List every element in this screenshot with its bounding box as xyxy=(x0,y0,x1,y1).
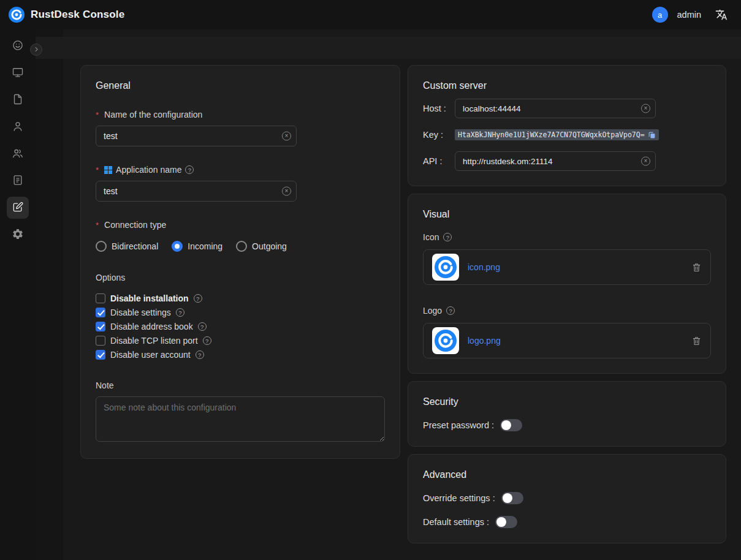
checkbox-icon[interactable] xyxy=(96,308,105,317)
smiley-icon xyxy=(12,39,24,53)
required-asterisk xyxy=(96,165,101,175)
gear-icon xyxy=(12,228,24,242)
checkbox-icon[interactable] xyxy=(96,336,105,346)
sidebar-item-status[interactable] xyxy=(7,35,29,57)
sidebar-item-custom-clients[interactable] xyxy=(7,197,29,219)
default-settings-label: Default settings : xyxy=(423,517,489,527)
sidebar-item-documents[interactable] xyxy=(7,89,29,111)
help-icon[interactable] xyxy=(196,350,204,359)
radio-icon[interactable] xyxy=(172,241,183,252)
host-field xyxy=(455,99,656,118)
radio-bidirectional[interactable]: Bidirectional xyxy=(96,241,158,252)
chevron-right-icon xyxy=(33,45,40,55)
checkbox-disable-tcp-listen-port[interactable]: Disable TCP listen port xyxy=(96,336,385,346)
checkbox-icon[interactable] xyxy=(96,322,105,331)
sidebar-item-users[interactable] xyxy=(7,116,29,138)
checkbox-icon[interactable] xyxy=(96,350,105,360)
custom-server-title: Custom server xyxy=(423,80,711,91)
checkbox-disable-address-book[interactable]: Disable address book xyxy=(96,322,385,331)
user-avatar[interactable]: a xyxy=(652,7,668,23)
sidebar-gutter xyxy=(36,29,63,560)
checkbox-disable-installation[interactable]: Disable installation xyxy=(96,293,385,303)
sidebar-item-groups[interactable] xyxy=(7,143,29,165)
config-name-field xyxy=(96,126,297,146)
sidebar-item-logs[interactable] xyxy=(7,170,29,192)
sidebar-item-settings[interactable] xyxy=(7,224,29,246)
config-name-input[interactable] xyxy=(96,126,297,146)
icon-label: Icon xyxy=(423,232,711,242)
override-settings-row: Override settings : xyxy=(423,492,711,504)
key-value-wrap: HtaXBkJNHyn0e1U1jWXze7A7CN7QTGWqxkOtpaVp… xyxy=(455,129,659,140)
help-icon[interactable] xyxy=(443,233,452,241)
help-icon[interactable] xyxy=(203,336,211,345)
sidebar-expand-button[interactable] xyxy=(30,44,42,56)
trash-icon[interactable] xyxy=(691,336,702,346)
user-icon xyxy=(12,120,24,134)
application-name-input[interactable] xyxy=(96,181,297,202)
help-icon[interactable] xyxy=(446,306,455,315)
brand: RustDesk Console xyxy=(9,7,124,23)
security-panel: Security Preset password : xyxy=(408,381,726,447)
override-settings-toggle[interactable] xyxy=(501,492,523,504)
checkbox-disable-settings[interactable]: Disable settings xyxy=(96,308,385,317)
clear-icon[interactable] xyxy=(282,187,291,196)
content-header-band xyxy=(36,37,741,59)
logo-file-link[interactable]: logo.png xyxy=(468,336,501,346)
trash-icon[interactable] xyxy=(691,262,702,273)
host-row: Host : xyxy=(423,99,711,118)
app-title: RustDesk Console xyxy=(31,9,124,21)
help-icon[interactable] xyxy=(194,294,202,303)
main-area: General Name of the configuration xyxy=(36,29,741,560)
sidebar-item-devices[interactable] xyxy=(7,62,29,84)
topbar: RustDesk Console a admin xyxy=(0,0,741,29)
general-title: General xyxy=(96,80,385,91)
default-settings-toggle[interactable] xyxy=(495,516,517,528)
copy-icon[interactable] xyxy=(648,131,656,139)
topbar-right: a admin xyxy=(652,7,728,23)
users-icon xyxy=(12,147,24,161)
content: General Name of the configuration xyxy=(80,65,726,543)
host-input[interactable] xyxy=(455,99,656,118)
document-icon xyxy=(12,93,24,107)
monitor-icon xyxy=(12,66,24,80)
config-name-label: Name of the configuration xyxy=(96,110,385,119)
key-row: Key : HtaXBkJNHyn0e1U1jWXze7A7CN7QTGWqxk… xyxy=(423,126,711,144)
checkbox-disable-user-account[interactable]: Disable user account xyxy=(96,350,385,360)
general-panel: General Name of the configuration xyxy=(80,65,400,459)
connection-type-label: Connection type xyxy=(96,220,385,230)
radio-outgoing[interactable]: Outgoing xyxy=(236,241,287,252)
preset-password-toggle[interactable] xyxy=(500,419,522,431)
security-title: Security xyxy=(423,396,711,407)
required-asterisk xyxy=(96,220,101,230)
api-field xyxy=(455,151,656,171)
right-column: Custom server Host : Key : HtaXBkJNHyn xyxy=(408,65,726,543)
clear-icon[interactable] xyxy=(641,157,650,166)
api-row: API : xyxy=(423,151,711,171)
clear-icon[interactable] xyxy=(641,104,650,113)
note-textarea[interactable] xyxy=(96,396,385,442)
translate-icon[interactable] xyxy=(715,9,728,21)
advanced-title: Advanced xyxy=(423,469,711,480)
radio-icon[interactable] xyxy=(236,241,247,252)
username[interactable]: admin xyxy=(677,10,702,20)
body: General Name of the configuration xyxy=(0,29,741,560)
radio-icon[interactable] xyxy=(96,241,107,252)
icon-file-link[interactable]: icon.png xyxy=(468,262,500,272)
windows-icon xyxy=(104,166,112,174)
edit-icon xyxy=(12,201,24,215)
radio-incoming[interactable]: Incoming xyxy=(172,241,222,252)
logo-preview-image xyxy=(432,327,459,354)
help-icon[interactable] xyxy=(185,165,194,174)
key-label: Key : xyxy=(423,130,455,140)
rustdesk-logo-icon xyxy=(9,7,25,23)
required-asterisk xyxy=(96,110,101,119)
visual-panel: Visual Icon icon.png xyxy=(408,194,726,374)
help-icon[interactable] xyxy=(198,322,207,331)
help-icon[interactable] xyxy=(176,308,184,317)
icon-file-box: icon.png xyxy=(423,249,711,285)
checkbox-icon[interactable] xyxy=(96,293,105,303)
logo-label: Logo xyxy=(423,306,711,316)
advanced-panel: Advanced Override settings : Default set… xyxy=(408,454,726,543)
api-input[interactable] xyxy=(455,151,656,171)
clear-icon[interactable] xyxy=(282,132,291,141)
